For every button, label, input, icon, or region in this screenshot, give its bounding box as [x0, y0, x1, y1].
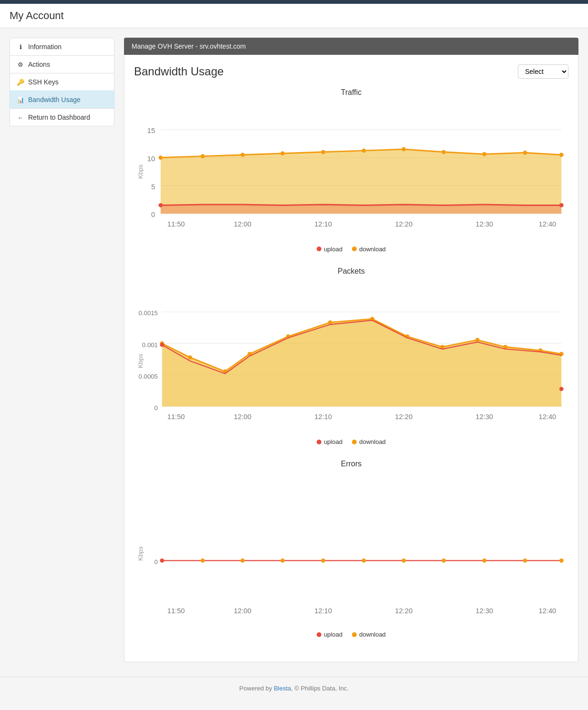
packets-download-dot	[352, 440, 357, 444]
packets-download-label: download	[359, 438, 386, 445]
svg-text:12:20: 12:20	[395, 220, 413, 228]
sidebar-item-ssh-keys[interactable]: 🔑 SSH Keys	[10, 73, 114, 91]
bandwidth-icon: 📊	[17, 96, 24, 103]
svg-text:12:40: 12:40	[539, 607, 557, 615]
errors-legend-upload: upload	[317, 631, 342, 638]
sidebar-label-return: Return to Dashboard	[28, 113, 90, 121]
actions-icon: ⚙	[17, 61, 24, 68]
svg-point-12	[280, 151, 285, 155]
svg-text:0: 0	[151, 211, 155, 218]
errors-upload-label: upload	[324, 631, 342, 638]
svg-text:11:50: 11:50	[167, 607, 185, 615]
traffic-chart-svg: 0 5 10 15 Kbps	[134, 102, 568, 242]
svg-point-15	[402, 147, 406, 152]
svg-point-21	[559, 203, 564, 207]
svg-point-69	[482, 558, 486, 563]
svg-point-46	[475, 338, 480, 342]
svg-text:0: 0	[155, 404, 158, 412]
errors-legend: upload download	[134, 631, 568, 638]
svg-text:12:10: 12:10	[314, 413, 332, 421]
sidebar-item-bandwidth-usage[interactable]: 📊 Bandwidth Usage	[10, 91, 114, 109]
svg-point-66	[362, 558, 366, 563]
sidebar-label-actions: Actions	[28, 61, 50, 68]
svg-point-67	[402, 558, 406, 563]
footer: Powered by Blesta, © Phillips Data, Inc.	[0, 677, 588, 700]
content-header-text: Manage OVH Server - srv.ovhtest.com	[132, 42, 246, 50]
upload-dot	[317, 247, 321, 251]
packets-chart-title: Packets	[134, 267, 568, 276]
svg-point-63	[240, 558, 245, 563]
svg-text:Kbps: Kbps	[137, 353, 144, 368]
sidebar-item-information[interactable]: ℹ Information	[10, 38, 114, 56]
svg-text:0.0005: 0.0005	[139, 373, 158, 380]
svg-point-11	[240, 153, 245, 157]
download-label: download	[359, 246, 386, 253]
packets-legend-download: download	[352, 438, 386, 445]
top-bar	[0, 0, 588, 4]
svg-point-71	[559, 558, 564, 563]
errors-download-dot	[352, 632, 357, 637]
traffic-chart-section: Traffic 0 5 10 15 Kbps	[134, 88, 568, 253]
svg-text:5: 5	[151, 183, 155, 191]
svg-point-70	[523, 558, 527, 563]
information-icon: ℹ	[17, 43, 24, 51]
packets-legend: upload download	[134, 438, 568, 445]
traffic-chart-wrapper: 0 5 10 15 Kbps	[134, 102, 568, 242]
packets-upload-dot	[317, 440, 321, 444]
errors-upload-dot	[317, 632, 321, 637]
svg-text:0.001: 0.001	[142, 341, 158, 348]
sidebar-item-return-to-dashboard[interactable]: ← Return to Dashboard	[10, 108, 114, 126]
errors-chart-title: Errors	[134, 460, 568, 468]
svg-text:12:10: 12:10	[314, 220, 332, 228]
svg-point-18	[523, 151, 527, 155]
svg-point-65	[321, 558, 325, 563]
content-body: Bandwidth Usage Select Daily Weekly Mont…	[124, 55, 578, 662]
page-title-row: Bandwidth Usage Select Daily Weekly Mont…	[134, 64, 568, 79]
svg-text:Kbps: Kbps	[137, 546, 144, 561]
site-title: My Account	[10, 10, 578, 22]
page-title: Bandwidth Usage	[134, 65, 224, 78]
svg-text:11:50: 11:50	[167, 413, 185, 421]
svg-text:0.0015: 0.0015	[139, 309, 158, 317]
svg-point-68	[442, 558, 446, 563]
svg-point-17	[482, 152, 486, 156]
svg-point-62	[201, 558, 205, 563]
svg-point-50	[160, 343, 164, 347]
svg-point-64	[280, 558, 285, 563]
errors-download-label: download	[359, 631, 386, 638]
traffic-legend: upload download	[134, 246, 568, 253]
svg-text:12:10: 12:10	[314, 607, 332, 615]
traffic-legend-upload: upload	[317, 246, 342, 253]
svg-text:Kbps: Kbps	[137, 164, 144, 179]
footer-copyright: , © Phillips Data, Inc.	[291, 685, 349, 692]
svg-point-10	[201, 154, 205, 158]
svg-point-61	[160, 558, 164, 563]
svg-text:10: 10	[147, 155, 155, 163]
svg-point-14	[362, 148, 366, 153]
sidebar-label-bandwidth: Bandwidth Usage	[28, 96, 81, 103]
site-header: My Account	[0, 4, 588, 28]
sidebar: ℹ Information ⚙ Actions 🔑 SSH Keys 📊 Ban…	[10, 38, 114, 662]
traffic-legend-download: download	[352, 246, 386, 253]
svg-text:12:00: 12:00	[234, 607, 251, 615]
packets-upload-label: upload	[324, 438, 342, 445]
svg-point-16	[442, 150, 446, 154]
footer-brand-link[interactable]: Blesta	[274, 685, 291, 692]
svg-text:12:00: 12:00	[234, 413, 251, 421]
ssh-keys-icon: 🔑	[17, 79, 24, 86]
packets-chart-section: Packets 0 0.0005 0.001 0.0015 Kbps	[134, 267, 568, 445]
svg-point-51	[559, 387, 564, 391]
svg-point-38	[188, 355, 192, 360]
errors-chart-svg: Kbps 0	[134, 473, 568, 627]
errors-chart-section: Errors Kbps 0	[134, 460, 568, 638]
svg-point-9	[158, 155, 163, 160]
footer-text: Powered by	[239, 685, 274, 692]
sidebar-label-information: Information	[28, 43, 62, 51]
traffic-chart-title: Traffic	[134, 88, 568, 97]
period-select[interactable]: Select Daily Weekly Monthly	[518, 64, 568, 79]
svg-text:12:30: 12:30	[475, 413, 493, 421]
svg-point-19	[559, 153, 564, 157]
sidebar-item-actions[interactable]: ⚙ Actions	[10, 55, 114, 73]
content-area: Manage OVH Server - srv.ovhtest.com Band…	[124, 38, 578, 662]
packets-legend-upload: upload	[317, 438, 342, 445]
